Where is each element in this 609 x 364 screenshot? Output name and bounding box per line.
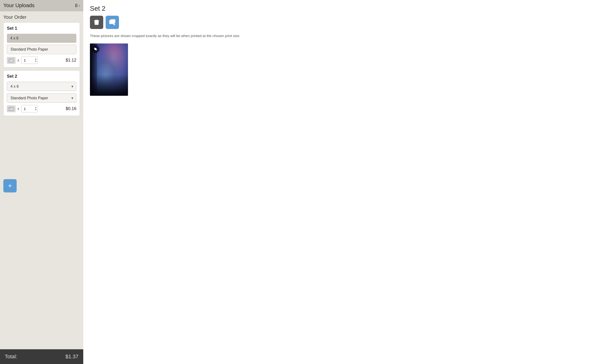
set1-price: $1.12 (66, 58, 76, 63)
set2-price: $0.16 (66, 106, 76, 111)
photo-dark-overlay (90, 75, 128, 96)
set1-qty-down[interactable]: ▼ (34, 60, 37, 63)
set1-qty-up[interactable]: ▲ (34, 58, 37, 60)
order-content: Set 1 4 x 6 Standard Photo Paper x (0, 22, 83, 178)
set1-paper-display: Standard Photo Paper (7, 45, 76, 54)
set1-qty-spinner[interactable]: ▲ ▼ (34, 58, 37, 63)
main-content: Set 2 These pictures are shown cropped e… (83, 0, 609, 364)
set1-paper-wrapper: Standard Photo Paper (7, 45, 76, 54)
add-set-label: + (8, 182, 12, 190)
set2-qty-down[interactable]: ▼ (34, 109, 37, 111)
add-photo-icon (109, 19, 116, 26)
uploads-count: 8 (75, 3, 78, 8)
svg-line-7 (96, 22, 96, 24)
total-label: Total: (5, 353, 17, 360)
set2-size-select[interactable]: 4 x 6 5 x 7 8 x 10 (7, 82, 76, 91)
crop-button[interactable] (92, 45, 99, 53)
add-photo-button[interactable] (106, 16, 119, 29)
total-price: $1.37 (65, 353, 79, 360)
chevron-right-icon: › (79, 3, 80, 8)
set2-paper-wrapper[interactable]: Standard Photo Paper Premium Glossy Matt… (7, 93, 76, 103)
photo-grid (90, 43, 602, 96)
set2-qty-up[interactable]: ▲ (34, 106, 37, 109)
delete-set-button[interactable] (90, 16, 103, 29)
svg-rect-5 (10, 108, 11, 109)
total-bar: Total: $1.37 (0, 349, 83, 364)
set1-size-button: 4 x 6 (7, 34, 76, 43)
svg-rect-2 (10, 59, 11, 60)
toolbar (90, 16, 602, 29)
your-order-label: Your Order (0, 11, 83, 22)
uploads-title: Your Uploads (3, 2, 34, 9)
set1-title: Set 1 (7, 26, 76, 31)
set1-photo-icon (7, 57, 15, 64)
set1-multiply: x (17, 58, 19, 63)
set2-size-wrapper[interactable]: 4 x 6 5 x 7 8 x 10 ▼ (7, 82, 76, 91)
set2-title: Set 2 (7, 74, 76, 79)
set1-qty-wrapper[interactable]: ▲ ▼ (21, 57, 38, 64)
crop-arrow-icon (94, 47, 97, 51)
add-set-button[interactable]: + (3, 179, 17, 193)
uploads-count-area[interactable]: 8 › (75, 3, 80, 8)
main-set-heading: Set 2 (90, 5, 602, 12)
set2-multiply: x (17, 107, 19, 111)
set2-qty-wrapper[interactable]: ▲ ▼ (21, 105, 38, 112)
svg-rect-10 (111, 19, 115, 23)
svg-line-8 (97, 22, 98, 24)
set2-qty-spinner[interactable]: ▲ ▼ (34, 106, 37, 111)
set1-card: Set 1 4 x 6 Standard Photo Paper x (3, 22, 80, 67)
photo-thumb-1[interactable] (90, 43, 128, 96)
set2-card: Set 2 4 x 6 5 x 7 8 x 10 ▼ Standard Phot… (3, 70, 80, 116)
sidebar-spacer (0, 196, 83, 349)
uploads-bar[interactable]: Your Uploads 8 › (0, 0, 83, 11)
print-info-text: These pictures are shown cropped exactly… (90, 33, 602, 39)
set2-paper-select[interactable]: Standard Photo Paper Premium Glossy Matt… (7, 93, 76, 103)
sidebar: Your Uploads 8 › Your Order Set 1 4 x 6 … (0, 0, 83, 364)
set1-quantity-row: x ▲ ▼ $1.12 (7, 57, 76, 64)
trash-icon (93, 19, 100, 26)
set2-photo-icon (7, 105, 15, 112)
set2-quantity-row: x ▲ ▼ $0.16 (7, 105, 76, 112)
